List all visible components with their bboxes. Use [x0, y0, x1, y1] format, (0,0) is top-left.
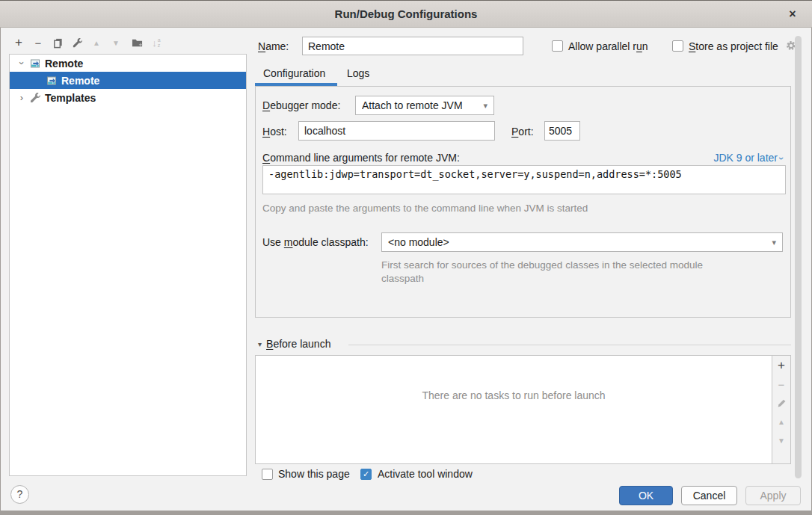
ok-button[interactable]: OK	[619, 486, 673, 505]
debugger-mode-label: Debugger mode:	[262, 99, 340, 111]
sort-alphabetically-icon: ↓az	[148, 34, 164, 51]
before-launch-toggle[interactable]: ▾ Before launch	[258, 338, 330, 350]
add-task-icon[interactable]: +	[775, 360, 787, 371]
tree-item-remote-selected[interactable]: Remote	[10, 72, 246, 89]
name-label: Name:	[258, 40, 289, 52]
before-launch-task-list: There are no tasks to run before launch	[256, 356, 772, 463]
add-icon[interactable]: +	[10, 34, 27, 51]
command-line-hint: Copy and paste the arguments to the comm…	[262, 203, 588, 214]
before-launch-box: There are no tasks to run before launch …	[255, 355, 791, 464]
run-debug-configurations-dialog: Run/Debug Configurations × + − ▲ ▼ ↓az ›…	[0, 0, 812, 515]
allow-parallel-run-checkbox[interactable]	[552, 40, 563, 52]
check-icon: ✓	[363, 469, 369, 478]
debugger-mode-select[interactable]: Attach to remote JVM ▾	[355, 96, 494, 115]
move-up-icon: ▲	[88, 34, 105, 51]
module-classpath-select[interactable]: <no module> ▾	[381, 232, 783, 252]
chevron-down-icon: ›	[776, 157, 787, 160]
name-input[interactable]	[302, 37, 523, 55]
remote-config-icon	[29, 58, 41, 70]
copy-configuration-icon[interactable]	[49, 34, 66, 51]
clipped-options-row: Show this page ✓ Activate tool window	[255, 468, 778, 481]
port-input[interactable]	[544, 121, 580, 141]
chevron-right-icon[interactable]: ›	[16, 92, 28, 103]
divider	[348, 345, 791, 345]
apply-button: Apply	[745, 486, 801, 505]
window-bottom-edge	[0, 511, 812, 515]
titlebar: Run/Debug Configurations ×	[0, 0, 812, 28]
store-as-project-file-label[interactable]: Store as project file	[689, 40, 778, 52]
remove-task-icon: −	[775, 378, 787, 390]
configuration-panel: Debugger mode: Attach to remote JVM ▾ Ho…	[255, 86, 791, 318]
activate-tool-window-checkbox[interactable]: ✓	[360, 469, 372, 480]
show-this-page-label[interactable]: Show this page	[278, 468, 350, 480]
jdk-version-link[interactable]: JDK 9 or later›	[713, 152, 783, 164]
tree-item-label: Templates	[45, 92, 96, 104]
move-task-down-icon: ▼	[775, 434, 787, 446]
allow-parallel-run-label[interactable]: Allow parallel run	[568, 40, 648, 52]
tree-item-label: Remote	[45, 58, 83, 70]
module-classpath-hint: First search for sources of the debugged…	[381, 259, 718, 286]
edit-templates-wrench-icon[interactable]	[69, 34, 85, 51]
dropdown-arrow-icon: ▾	[483, 101, 487, 111]
show-this-page-checkbox[interactable]	[262, 469, 273, 480]
close-icon[interactable]: ×	[784, 1, 802, 27]
tab-logs[interactable]: Logs	[347, 67, 369, 79]
chevron-down-icon[interactable]: ›	[16, 58, 28, 70]
vertical-scrollbar[interactable]	[795, 36, 802, 478]
cancel-button[interactable]: Cancel	[681, 486, 737, 505]
remove-icon[interactable]: −	[30, 34, 46, 51]
edit-task-pencil-icon	[775, 397, 787, 409]
use-module-classpath-label: Use module classpath:	[262, 236, 369, 248]
host-input[interactable]	[298, 121, 495, 141]
tree-item-label: Remote	[61, 75, 99, 87]
dialog-title: Run/Debug Configurations	[0, 1, 812, 27]
templates-wrench-icon	[29, 92, 41, 104]
move-task-up-icon: ▲	[775, 416, 787, 428]
command-line-arguments-label: Command line arguments for remote JVM:	[262, 152, 460, 164]
store-as-project-file-checkbox[interactable]	[672, 40, 683, 52]
empty-tasks-message: There are no tasks to run before launch	[256, 389, 772, 401]
tab-configuration[interactable]: Configuration	[263, 67, 325, 79]
activate-tool-window-label[interactable]: Activate tool window	[378, 468, 473, 480]
collapse-triangle-icon: ▾	[258, 340, 262, 348]
move-down-icon: ▼	[108, 34, 124, 51]
new-folder-icon[interactable]	[129, 34, 145, 51]
dropdown-arrow-icon: ▾	[772, 238, 776, 247]
host-label: Host:	[262, 126, 287, 138]
tree-item-templates[interactable]: › Templates	[10, 89, 246, 106]
help-button[interactable]: ?	[10, 485, 29, 504]
before-launch-toolbar: + − ▲ ▼	[772, 356, 790, 463]
remote-config-icon	[46, 75, 58, 87]
port-label: Port:	[511, 126, 534, 138]
before-launch-label: Before launch	[266, 338, 330, 350]
tree-item-remote-group[interactable]: › Remote	[10, 55, 246, 72]
configurations-tree: › Remote Remote › Templates	[9, 54, 247, 476]
command-line-arguments-value[interactable]: -agentlib:jdwp=transport=dt_socket,serve…	[262, 165, 786, 194]
